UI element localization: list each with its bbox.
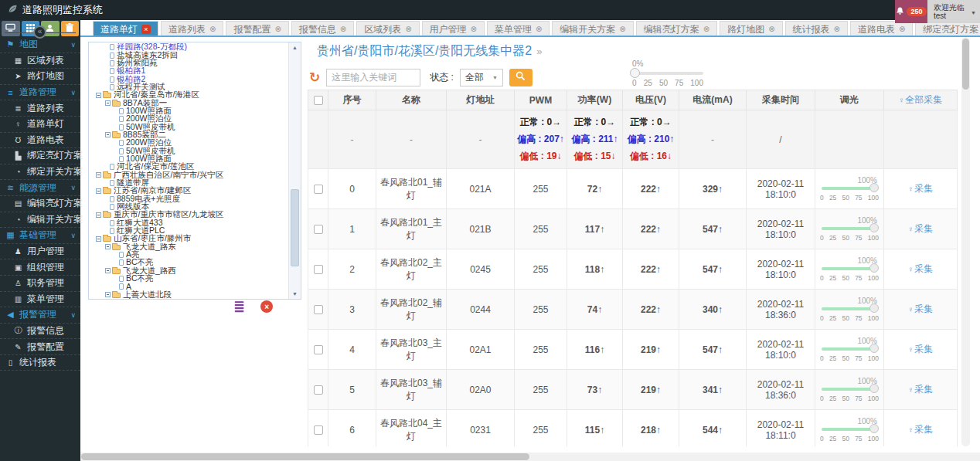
tab-close-icon[interactable]: ⊗ <box>340 25 346 33</box>
slider-handle[interactable] <box>869 223 879 232</box>
close-tree-button[interactable]: × <box>260 300 273 313</box>
sidebar-item-8[interactable]: ◔绑定开关方案 <box>0 164 80 181</box>
tab-8[interactable]: 编辑亮灯方案⊗ <box>636 21 717 37</box>
tree-file-item[interactable]: BC不亮 <box>91 259 288 266</box>
scrollbar-thumb[interactable] <box>291 189 299 266</box>
tab-close-icon[interactable]: × <box>141 25 151 34</box>
sidebar-item-5[interactable]: ♀道路单灯 <box>0 117 80 133</box>
sidebar-item-1[interactable]: ▦区域列表 <box>0 53 80 69</box>
dim-slider[interactable]: 100%0255075100 <box>822 216 877 242</box>
dim-slider[interactable]: 100%0255075100 <box>822 417 877 443</box>
user-menu[interactable]: 欢迎光临 test ▼ <box>927 0 980 23</box>
collect-link[interactable]: ♀采集 <box>908 263 934 274</box>
slider-handle[interactable] <box>869 183 879 192</box>
breadcrumb[interactable]: 贵州省/贵阳市/花溪区/贵阳无线集中器2» <box>317 43 542 59</box>
collect-link[interactable]: ♀采集 <box>908 424 934 435</box>
tab-close-icon[interactable]: ⊗ <box>536 25 542 33</box>
tree-file-item[interactable]: A亮 <box>91 251 288 259</box>
collapse-box-icon[interactable] <box>105 244 111 249</box>
tab-10[interactable]: 统计报表⊗ <box>785 21 848 37</box>
collect-link[interactable]: ♀采集 <box>908 223 934 234</box>
search-input[interactable] <box>326 69 420 86</box>
dim-slider[interactable]: 100%0255075100 <box>822 256 877 283</box>
sidebar-item-15[interactable]: ♙职务管理 <box>0 276 80 292</box>
collapse-box-icon[interactable] <box>96 93 101 98</box>
row-checkbox[interactable] <box>314 305 323 314</box>
row-checkbox[interactable] <box>314 345 323 354</box>
collapse-box-icon[interactable] <box>96 172 101 178</box>
tab-close-icon[interactable]: ⊗ <box>768 25 774 33</box>
vertical-scrollbar[interactable] <box>961 37 970 446</box>
row-checkbox[interactable] <box>314 185 323 194</box>
dim-slider[interactable]: 100%0255075100 <box>822 377 877 403</box>
tree-file-item[interactable]: 50W照皮带机 <box>91 123 288 131</box>
scroll-up-icon[interactable]: ▲ <box>289 42 301 53</box>
slider-handle[interactable] <box>869 303 879 313</box>
tree-folder-item[interactable]: 上善大道北段 <box>91 291 288 299</box>
collect-link[interactable]: ♀采集 <box>908 384 934 395</box>
sidebar-item-17[interactable]: ◀报警管理∨ <box>0 307 80 324</box>
tree-file-item[interactable]: 200W照泊位 <box>91 139 288 147</box>
tab-close-icon[interactable]: ⊗ <box>209 25 216 33</box>
sidebar-item-10[interactable]: ▤编辑亮灯方案 <box>0 196 80 212</box>
tab-1[interactable]: 道路列表⊗ <box>161 21 223 37</box>
horizontal-scrollbar[interactable] <box>80 453 980 461</box>
row-checkbox[interactable] <box>314 265 323 274</box>
collect-link[interactable]: ♀采集 <box>908 303 934 314</box>
tree-folder-item[interactable]: 河北省/秦皇岛市/海港区 <box>91 91 288 99</box>
scroll-down-icon[interactable]: ▼ <box>289 289 301 299</box>
slider-handle[interactable] <box>869 424 879 433</box>
tab-6[interactable]: 菜单管理⊗ <box>487 21 550 37</box>
sidebar-item-9[interactable]: ≋能源管理∨ <box>0 180 80 196</box>
tab-close-icon[interactable]: ⊗ <box>405 25 411 33</box>
tab-3[interactable]: 报警信息⊗ <box>291 21 354 37</box>
collapse-box-icon[interactable] <box>96 188 101 194</box>
sidebar-item-18[interactable]: ⓘ报警信息 <box>0 324 80 340</box>
tree-file-item[interactable]: 50W照皮带机 <box>91 147 288 154</box>
tab-12[interactable]: 绑定亮灯方案⊗ <box>915 21 980 37</box>
tree-scrollbar[interactable]: ▲ ▼ <box>288 42 301 299</box>
dim-slider[interactable]: 100%0255075100 <box>822 297 877 323</box>
collapse-box-icon[interactable] <box>105 132 111 137</box>
sidebar-item-20[interactable]: ▯统计报表 <box>0 355 80 371</box>
refresh-icon[interactable]: ↻ <box>309 71 320 84</box>
sidebar-collapse-button[interactable]: « <box>33 25 46 39</box>
slider-handle[interactable] <box>869 263 879 273</box>
collect-link[interactable]: ♀采集 <box>908 344 934 354</box>
sidebar-item-3[interactable]: ≡道路管理∨ <box>0 85 80 101</box>
tab-5[interactable]: 用户管理⊗ <box>422 21 485 37</box>
sidebar-item-13[interactable]: ♟用户管理 <box>0 244 80 260</box>
dim-slider[interactable]: 100%0255075100 <box>822 176 877 202</box>
tree-folder-item[interactable]: 飞龙大道_路西 <box>91 267 288 275</box>
tab-close-icon[interactable]: ⊗ <box>899 25 905 33</box>
collect-link[interactable]: ♀采集 <box>908 183 934 194</box>
collect-all-link[interactable]: ♀全部采集 <box>899 94 943 105</box>
slider-handle[interactable] <box>869 384 879 393</box>
sidebar-item-7[interactable]: ▙绑定亮灯方案 <box>0 148 80 164</box>
sidebar-item-14[interactable]: ▣组织管理 <box>0 259 80 276</box>
slider-handle[interactable] <box>869 344 879 353</box>
sidebar-item-0[interactable]: ⚑地图∨ <box>0 37 80 53</box>
status-select[interactable]: 全部 ▼ <box>460 69 503 86</box>
sidebar-item-2[interactable]: ➤路灯地图 <box>0 69 80 85</box>
sidebar-item-16[interactable]: ▥菜单管理 <box>0 292 80 308</box>
tree-file-item[interactable]: A <box>91 283 288 290</box>
row-checkbox[interactable] <box>314 425 323 435</box>
list-view-button[interactable]: ≣ <box>233 300 245 314</box>
row-checkbox[interactable] <box>314 225 323 234</box>
select-all-checkbox[interactable] <box>314 96 323 105</box>
tab-close-icon[interactable]: ⊗ <box>619 25 625 33</box>
sidebar-item-4[interactable]: ≣道路列表 <box>0 100 80 117</box>
dim-slider[interactable]: 100%0255075100 <box>822 337 877 363</box>
notifications-button[interactable]: 250 <box>895 0 927 23</box>
tab-4[interactable]: 区域列表⊗ <box>356 21 419 37</box>
tab-close-icon[interactable]: ⊗ <box>703 25 709 33</box>
tab-close-icon[interactable]: ⊗ <box>274 25 281 33</box>
sidebar-item-11[interactable]: ◔编辑开关方案 <box>0 212 80 229</box>
tab-0[interactable]: 道路单灯× <box>93 21 158 37</box>
row-checkbox[interactable] <box>314 385 323 395</box>
collapse-box-icon[interactable] <box>96 236 101 242</box>
collapse-box-icon[interactable] <box>96 212 101 218</box>
slider-handle[interactable] <box>630 68 640 78</box>
collapse-box-icon[interactable] <box>105 100 111 106</box>
